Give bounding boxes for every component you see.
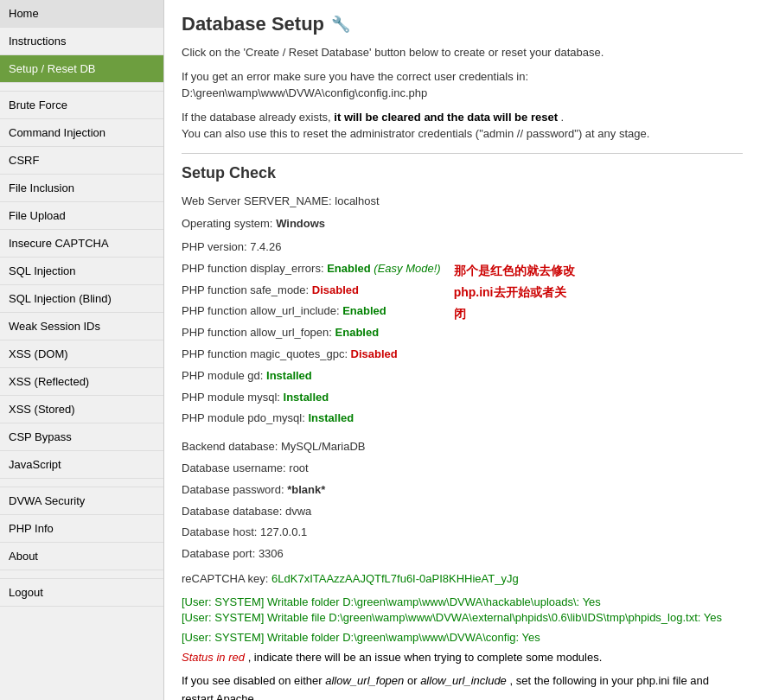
warning-line2: You can also use this to reset the admin… xyxy=(182,127,649,140)
writable1-pre: [User: SYSTEM] Writable folder D:\green\… xyxy=(182,595,579,608)
sidebar-item-csp-bypass[interactable]: CSP Bypass xyxy=(0,423,163,451)
intro-line1-text: Click on the 'Create / Reset Database' b… xyxy=(182,46,604,59)
intro-path: D:\green\wamp\www\DVWA\config\config.inc… xyxy=(182,86,427,99)
status-red-text: Status in red xyxy=(182,651,245,664)
writable3-pre: [User: SYSTEM] Writable folder D:\green\… xyxy=(182,631,519,644)
php-check-row: PHP module gd: Installed xyxy=(182,367,441,385)
sidebar-item-file-upload[interactable]: File Upload xyxy=(0,202,163,230)
sidebar-item-csrf[interactable]: CSRF xyxy=(0,147,163,175)
php-checks-section: PHP function display_errors: Enabled (Ea… xyxy=(182,260,743,431)
web-server-value: localhost xyxy=(335,194,379,207)
allow-url-note: If you see disabled on either allow_url_… xyxy=(182,672,743,700)
allow-note-pre: If you see disabled on either xyxy=(182,674,323,687)
intro-line2: If you get an error make sure you have t… xyxy=(182,68,743,102)
sidebar-item-javascript[interactable]: JavaScript xyxy=(0,451,163,479)
writable3-value: Yes xyxy=(522,631,540,644)
recaptcha-value: 6LdK7xITAAzzAAJQTfL7fu6I-0aPI8KHHieAT_yJ… xyxy=(271,572,519,585)
main-content: Database Setup 🔧 Click on the 'Create / … xyxy=(164,0,760,700)
sidebar-item-home[interactable]: Home xyxy=(0,0,163,28)
sidebar-divider xyxy=(0,83,163,92)
annotation-block: 那个是红色的就去修改 php.ini去开始或者关 闭 xyxy=(454,260,575,326)
intro-line2-text: If you get an error make sure you have t… xyxy=(182,70,528,83)
sidebar-item-instructions[interactable]: Instructions xyxy=(0,28,163,55)
writable-section: [User: SYSTEM] Writable folder D:\green\… xyxy=(182,595,743,624)
warning-bold: it will be cleared and the data will be … xyxy=(334,111,558,124)
php-check-row: PHP function display_errors: Enabled (Ea… xyxy=(182,260,441,278)
php-checks-list: PHP function display_errors: Enabled (Ea… xyxy=(182,260,441,431)
php-version-row: PHP version: 7.4.26 xyxy=(182,239,743,257)
db-check-row: Database password: *blank* xyxy=(182,481,743,500)
sidebar-divider xyxy=(0,479,163,487)
annotation-line2: php.ini去开始或者关 xyxy=(454,285,566,299)
setup-check-title: Setup Check xyxy=(182,164,743,182)
recaptcha-row: reCAPTCHA key: 6LdK7xITAAzzAAJQTfL7fu6I-… xyxy=(182,570,743,589)
allow-url-fopen-text: allow_url_fopen xyxy=(325,674,404,687)
web-server-row: Web Server SERVER_NAME: localhost xyxy=(182,193,743,211)
php-version-label: PHP version: xyxy=(182,240,247,253)
db-check-row: Database username: root xyxy=(182,460,743,478)
php-check-row: PHP function allow_url_fopen: Enabled xyxy=(182,324,441,342)
recaptcha-label: reCAPTCHA key: xyxy=(182,572,268,585)
sidebar-item-setup-reset-db[interactable]: Setup / Reset DB xyxy=(0,55,163,83)
sidebar-item-brute-force[interactable]: Brute Force xyxy=(0,92,163,119)
sidebar: HomeInstructionsSetup / Reset DBBrute Fo… xyxy=(0,0,164,700)
warning-post: . xyxy=(561,111,565,124)
annotation-line3: 闭 xyxy=(454,307,466,321)
sidebar-item-weak-session-ids[interactable]: Weak Session IDs xyxy=(0,313,163,340)
status-note-text: , indicate there will be an issue when t… xyxy=(248,651,603,664)
warning-pre: If the database already exists, xyxy=(182,111,331,124)
db-check-row: Database database: dvwa xyxy=(182,503,743,521)
intro-line1: Click on the 'Create / Reset Database' b… xyxy=(182,44,743,61)
warning-text: If the database already exists, it will … xyxy=(182,109,743,143)
writable1-value: Yes xyxy=(583,595,601,608)
sidebar-item-logout[interactable]: Logout xyxy=(0,579,163,607)
php-check-row: PHP function magic_quotes_gpc: Disabled xyxy=(182,346,441,364)
sidebar-item-dvwa-security[interactable]: DVWA Security xyxy=(0,487,163,515)
tool-icon: 🔧 xyxy=(331,15,350,34)
writable1: [User: SYSTEM] Writable folder D:\green\… xyxy=(182,595,743,608)
allow-note-mid: or xyxy=(407,674,418,687)
page-title: Database Setup 🔧 xyxy=(182,13,743,35)
writable2: [User: SYSTEM] Writable file D:\green\wa… xyxy=(182,611,743,624)
allow-url-include-text: allow_url_include xyxy=(420,674,507,687)
sidebar-item-sql-injection[interactable]: SQL Injection xyxy=(0,258,163,285)
status-note-row: Status in red , indicate there will be a… xyxy=(182,651,743,664)
sidebar-item-about[interactable]: About xyxy=(0,543,163,570)
writable2-value: Yes xyxy=(704,611,722,624)
config-writable: [User: SYSTEM] Writable folder D:\green\… xyxy=(182,631,743,644)
os-label: Operating system: xyxy=(182,217,273,230)
php-check-row: PHP module pdo_mysql: Installed xyxy=(182,410,441,428)
db-check-row: Backend database: MySQL/MariaDB xyxy=(182,438,743,456)
os-value: Windows xyxy=(276,217,325,230)
sidebar-divider xyxy=(0,570,163,579)
db-check-row: Database port: 3306 xyxy=(182,545,743,563)
sidebar-item-xss-stored[interactable]: XSS (Stored) xyxy=(0,396,163,423)
sidebar-item-sql-injection-blind[interactable]: SQL Injection (Blind) xyxy=(0,285,163,313)
sidebar-item-insecure-captcha[interactable]: Insecure CAPTCHA xyxy=(0,230,163,258)
php-check-row: PHP function allow_url_include: Enabled xyxy=(182,302,441,321)
db-checks-section: Backend database: MySQL/MariaDBDatabase … xyxy=(182,438,743,563)
os-row: Operating system: Windows xyxy=(182,215,743,233)
writable2-pre: [User: SYSTEM] Writable file D:\green\wa… xyxy=(182,611,700,624)
sidebar-item-xss-reflected[interactable]: XSS (Reflected) xyxy=(0,368,163,396)
sidebar-item-file-inclusion[interactable]: File Inclusion xyxy=(0,175,163,202)
annotation-line1: 那个是红色的就去修改 xyxy=(454,264,575,277)
php-check-row: PHP module mysql: Installed xyxy=(182,389,441,407)
php-version-value: 7.4.26 xyxy=(250,240,281,253)
sidebar-item-command-injection[interactable]: Command Injection xyxy=(0,119,163,147)
sidebar-item-xss-dom[interactable]: XSS (DOM) xyxy=(0,340,163,368)
page-title-text: Database Setup xyxy=(182,13,324,35)
php-check-row: PHP function safe_mode: Disabled xyxy=(182,282,441,300)
web-server-label: Web Server SERVER_NAME: xyxy=(182,194,332,207)
sidebar-item-php-info[interactable]: PHP Info xyxy=(0,515,163,543)
db-check-row: Database host: 127.0.0.1 xyxy=(182,524,743,542)
divider xyxy=(182,153,743,154)
